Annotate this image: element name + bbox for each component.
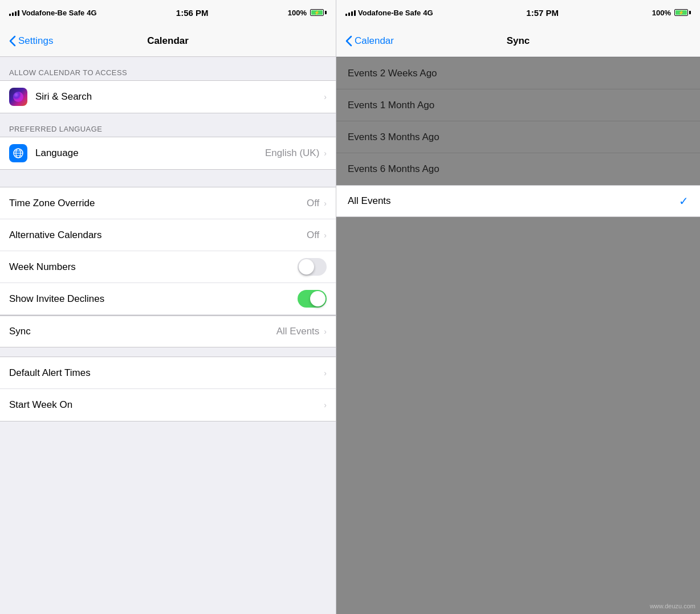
sync-options-group: Events 2 Weeks Ago Events 1 Month Ago Ev… (336, 57, 700, 185)
default-alert-chevron-icon: › (324, 369, 327, 378)
section-header-allow-access: ALLOW CALENDAR TO ACCESS (0, 57, 336, 80)
left-status-carrier: Vodafone-Be Safe 4G (9, 9, 97, 17)
alt-calendars-value: Off (307, 230, 319, 241)
language-group: Language English (UK) › (0, 137, 336, 170)
language-item[interactable]: Language English (UK) › (0, 137, 336, 169)
right-back-label: Calendar (355, 35, 394, 47)
right-battery-icon: ⚡ (674, 9, 691, 16)
invitee-declines-toggle[interactable] (298, 290, 327, 308)
battery-percent: 100% (288, 9, 307, 17)
right-status-carrier: Vodafone-Be Safe 4G (345, 9, 433, 17)
alt-calendars-label: Alternative Calendars (9, 230, 307, 241)
right-back-button[interactable]: Calendar (345, 35, 394, 47)
right-status-right: 100% ⚡ (652, 9, 691, 17)
alt-calendars-chevron-icon: › (324, 231, 327, 240)
sync-item[interactable]: Sync All Events › (0, 315, 336, 347)
right-network-type: 4G (423, 9, 433, 17)
siri-search-item[interactable]: Siri & Search › (0, 81, 336, 113)
default-alert-label: Default Alert Times (9, 367, 324, 379)
right-nav-bar: Calendar Sync (336, 25, 700, 57)
language-label: Language (35, 148, 265, 159)
rbar4 (354, 10, 356, 16)
week-numbers-label: Week Numbers (9, 261, 298, 273)
spacer-1 (0, 170, 336, 187)
right-back-chevron-icon (345, 35, 352, 47)
network-type: 4G (87, 9, 96, 17)
alternative-calendars-item[interactable]: Alternative Calendars Off › (0, 219, 336, 251)
right-panel: Vodafone-Be Safe 4G 1:57 PM 100% ⚡ Calen… (336, 0, 700, 614)
rbar3 (351, 11, 353, 16)
right-carrier-name: Vodafone-Be Safe (358, 9, 421, 17)
events-3-months-label: Events 3 Months Ago (348, 132, 439, 143)
right-status-bar: Vodafone-Be Safe 4G 1:57 PM 100% ⚡ (336, 0, 700, 25)
left-status-bar: Vodafone-Be Safe 4G 1:56 PM 100% ⚡ (0, 0, 336, 25)
carrier-name: Vodafone-Be Safe (22, 9, 84, 17)
bar3 (15, 11, 17, 16)
events-1-month-label: Events 1 Month Ago (348, 100, 434, 111)
right-page-title: Sync (507, 35, 530, 47)
toggle-knob (299, 259, 314, 275)
bolt-icon: ⚡ (314, 10, 320, 15)
general-group: Time Zone Override Off › Alternative Cal… (0, 187, 336, 347)
left-nav-bar: Settings Calendar (0, 25, 336, 57)
globe-svg (13, 148, 24, 159)
start-week-label: Start Week On (9, 399, 324, 411)
events-3-months-item[interactable]: Events 3 Months Ago (336, 121, 700, 153)
show-invitee-declines-item[interactable]: Show Invitee Declines (0, 283, 336, 315)
back-chevron-icon (9, 35, 16, 47)
right-time: 1:57 PM (526, 8, 559, 18)
left-page-title: Calendar (147, 35, 189, 47)
events-2-weeks-label: Events 2 Weeks Ago (348, 68, 437, 79)
battery-icon: ⚡ (310, 9, 327, 16)
time-zone-override-item[interactable]: Time Zone Override Off › (0, 187, 336, 219)
right-battery-percent: 100% (652, 9, 671, 17)
right-signal-bars (345, 9, 356, 16)
sync-value: All Events (276, 326, 320, 337)
default-alert-times-item[interactable]: Default Alert Times › (0, 357, 336, 389)
all-events-label: All Events (348, 195, 679, 207)
bar2 (12, 13, 14, 16)
signal-bars (9, 9, 19, 16)
language-value: English (UK) (265, 148, 319, 159)
rbar1 (345, 14, 347, 16)
rbar2 (348, 13, 350, 16)
siri-icon (9, 88, 27, 106)
time-zone-chevron-icon: › (324, 199, 327, 208)
toggle-knob-on (310, 291, 325, 306)
bar1 (9, 14, 11, 16)
left-status-right: 100% ⚡ (288, 9, 327, 17)
all-events-item[interactable]: All Events ✓ (336, 185, 700, 217)
left-time: 1:56 PM (176, 8, 209, 18)
start-week-chevron-icon: › (324, 400, 327, 410)
siri-logo (13, 91, 24, 103)
language-icon (9, 144, 27, 162)
sync-chevron-icon: › (324, 327, 327, 336)
svg-point-0 (13, 92, 23, 102)
start-week-on-item[interactable]: Start Week On › (0, 389, 336, 421)
sync-label: Sync (9, 326, 276, 337)
week-numbers-item[interactable]: Week Numbers (0, 251, 336, 283)
language-chevron-icon: › (324, 149, 327, 158)
time-zone-label: Time Zone Override (9, 198, 307, 209)
siri-search-label: Siri & Search (35, 91, 324, 103)
events-2-weeks-item[interactable]: Events 2 Weeks Ago (336, 58, 700, 89)
left-back-button[interactable]: Settings (9, 35, 53, 47)
right-bolt-icon: ⚡ (678, 10, 684, 15)
section-header-language: PREFERRED LANGUAGE (0, 113, 336, 137)
time-zone-value: Off (307, 198, 319, 209)
siri-chevron-icon: › (324, 92, 327, 101)
allow-access-group: Siri & Search › (0, 80, 336, 113)
left-panel: Vodafone-Be Safe 4G 1:56 PM 100% ⚡ Setti… (0, 0, 336, 614)
invitee-declines-label: Show Invitee Declines (9, 293, 298, 305)
bar4 (18, 10, 19, 16)
checkmark-icon: ✓ (679, 194, 689, 208)
spacer-2 (0, 347, 336, 357)
events-1-month-item[interactable]: Events 1 Month Ago (336, 89, 700, 121)
back-label: Settings (18, 35, 53, 47)
events-6-months-item[interactable]: Events 6 Months Ago (336, 153, 700, 185)
events-6-months-label: Events 6 Months Ago (348, 163, 439, 175)
week-numbers-toggle[interactable] (298, 258, 327, 276)
right-bottom-area (336, 217, 700, 614)
more-group: Default Alert Times › Start Week On › (0, 357, 336, 421)
